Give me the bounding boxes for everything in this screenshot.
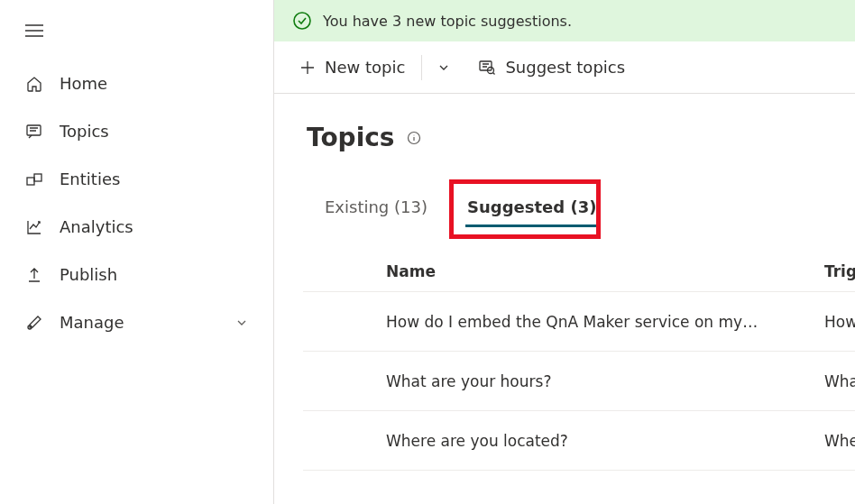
analytics-icon	[25, 218, 43, 236]
topics-icon	[25, 123, 43, 141]
suggest-icon	[478, 59, 496, 77]
new-topic-button[interactable]: New topic	[292, 54, 412, 80]
sidebar-item-publish[interactable]: Publish	[0, 251, 273, 298]
publish-icon	[25, 266, 43, 284]
suggest-topics-button[interactable]: Suggest topics	[471, 54, 632, 80]
cell-name: What are your hours?	[386, 372, 803, 390]
check-circle-icon	[292, 11, 312, 31]
sidebar-item-home[interactable]: Home	[0, 60, 273, 107]
divider	[421, 55, 422, 80]
tab-existing[interactable]: Existing (13)	[323, 192, 429, 227]
chevron-down-icon	[235, 316, 248, 329]
svg-rect-1	[27, 178, 34, 185]
cell-trigger: How do I embed	[824, 313, 855, 331]
svg-rect-5	[480, 61, 492, 70]
main-content: You have 3 new topic suggestions. New to…	[274, 0, 855, 504]
sidebar-item-label: Manage	[60, 313, 124, 332]
page-body: Topics Existing (13) Suggested (3) Name …	[274, 94, 855, 504]
tab-suggested[interactable]: Suggested (3)	[465, 192, 598, 227]
new-topic-label: New topic	[325, 58, 405, 77]
sidebar-item-label: Home	[60, 74, 107, 93]
info-icon[interactable]	[406, 130, 422, 146]
banner-message: You have 3 new topic suggestions.	[323, 13, 572, 30]
suggested-topics-table: Name Trigger phrases How do I embed the …	[303, 251, 855, 471]
tabs: Existing (13) Suggested (3)	[307, 192, 855, 227]
cell-name: How do I embed the QnA Maker service on …	[386, 313, 803, 331]
sidebar-item-entities[interactable]: Entities	[0, 155, 273, 203]
cell-trigger: What are your hours	[824, 372, 855, 390]
sidebar: Home Topics Entities Analytics Publish M…	[0, 0, 274, 504]
hamburger-menu-button[interactable]	[0, 9, 69, 60]
plus-icon	[299, 60, 316, 76]
column-header-trigger[interactable]: Trigger phrases	[824, 262, 855, 280]
suggestions-banner: You have 3 new topic suggestions.	[274, 0, 855, 41]
page-title-text: Topics	[307, 123, 395, 152]
entities-icon	[25, 170, 43, 188]
home-icon	[25, 75, 43, 93]
page-title: Topics	[307, 123, 855, 152]
table-row[interactable]: Where are you located? Where are you loc…	[303, 411, 855, 471]
table-header: Name Trigger phrases	[303, 251, 855, 292]
chevron-down-icon	[437, 60, 451, 75]
sidebar-item-topics[interactable]: Topics	[0, 107, 273, 155]
sidebar-item-analytics[interactable]: Analytics	[0, 203, 273, 251]
sidebar-item-manage[interactable]: Manage	[0, 298, 273, 346]
toolbar: New topic Suggest topics	[274, 41, 855, 94]
new-topic-dropdown-button[interactable]	[431, 57, 456, 78]
table-row[interactable]: How do I embed the QnA Maker service on …	[303, 292, 855, 352]
manage-icon	[25, 314, 43, 332]
suggest-topics-label: Suggest topics	[505, 58, 625, 77]
cell-trigger: Where are you located	[824, 432, 855, 450]
hamburger-icon	[25, 22, 43, 40]
sidebar-item-label: Analytics	[60, 217, 133, 236]
svg-rect-2	[34, 174, 41, 181]
table-row[interactable]: What are your hours? What are your hours	[303, 352, 855, 411]
svg-point-4	[294, 13, 310, 29]
sidebar-item-label: Topics	[60, 122, 109, 141]
cell-name: Where are you located?	[386, 432, 803, 450]
sidebar-item-label: Publish	[60, 265, 117, 284]
sidebar-item-label: Entities	[60, 170, 120, 188]
column-header-name[interactable]: Name	[386, 262, 803, 280]
